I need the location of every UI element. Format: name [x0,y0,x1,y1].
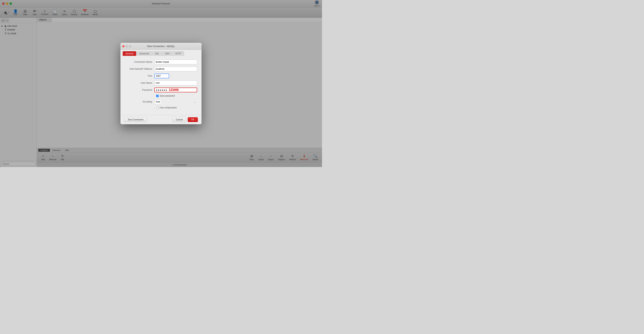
tab-http[interactable]: HTTP [172,51,184,56]
host-label: Host Name/IP Address: [125,68,154,70]
dialog-title-bar: New Connection - MySQL [120,43,202,50]
password-dots: ●●●●●● [156,89,168,91]
dialog-close-button[interactable] [122,45,124,47]
use-compression-checkbox[interactable] [156,107,158,109]
username-input[interactable] [154,81,197,85]
password-label: Password: [125,89,154,91]
password-row: Password: ●●●●●● 123456 [125,88,197,92]
modal-overlay: New Connection - MySQL General Advanced … [0,0,322,167]
tab-general[interactable]: General [123,51,136,56]
ok-button[interactable]: OK [188,117,198,122]
dialog-min-button[interactable] [126,45,128,47]
dialog-tabs: General Advanced SSL SSH HTTP [120,50,202,56]
use-compression-label: Use compression [160,106,177,109]
use-compression-row: Use compression [125,106,197,109]
dialog-max-button[interactable] [129,45,131,47]
port-label: Port: [125,75,154,77]
port-row: Port: [125,74,197,78]
password-input[interactable]: ●●●●●● 123456 [154,88,197,92]
encoding-select-wrapper: Auto ⌄ [154,99,197,104]
dialog-title: New Connection - MySQL [147,45,175,48]
encoding-row: Encoding: Auto ⌄ [125,99,197,104]
new-connection-dialog: New Connection - MySQL General Advanced … [120,43,202,124]
connection-name-input[interactable] [154,60,197,64]
test-connection-button[interactable]: Test Connection [124,117,147,122]
username-label: User Name: [125,82,154,84]
encoding-select[interactable]: Auto [154,99,162,104]
dialog-footer: Test Connection Cancel OK [120,115,202,124]
port-input[interactable] [154,74,169,78]
save-password-row: Save password [125,95,197,97]
host-input[interactable] [154,67,197,71]
encoding-label: Encoding: [125,101,154,103]
chevron-down-icon: ⌄ [194,100,196,103]
tab-ssh[interactable]: SSH [162,51,172,56]
tab-advanced[interactable]: Advanced [136,51,152,56]
username-row: User Name: [125,81,197,85]
connection-name-row: Connection Name: [125,60,197,64]
dialog-traffic-lights [122,45,131,47]
connection-name-label: Connection Name: [125,61,154,63]
save-password-label: Save password [160,95,175,97]
dialog-body: Connection Name: Host Name/IP Address: P… [120,56,202,115]
cancel-button[interactable]: Cancel [172,117,186,122]
tab-ssl[interactable]: SSL [152,51,162,56]
save-password-checkbox[interactable] [156,95,158,97]
host-row: Host Name/IP Address: [125,67,197,71]
password-hint: 123456 [169,88,179,92]
